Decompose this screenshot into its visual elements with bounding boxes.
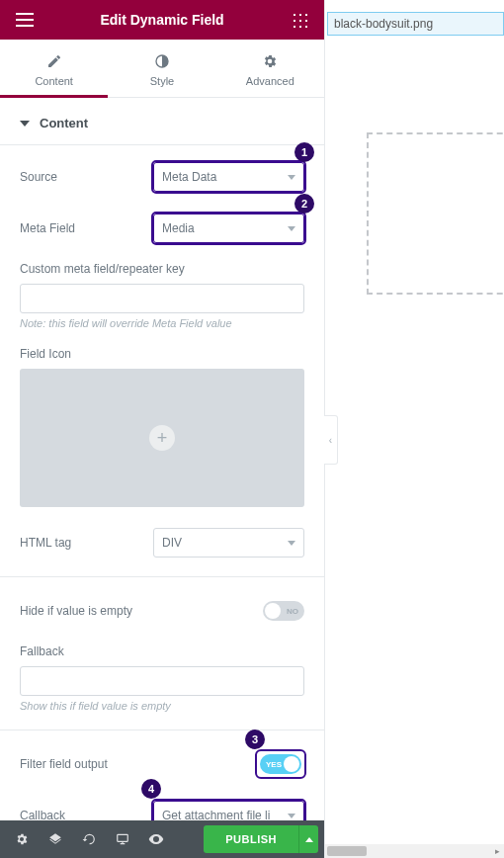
publish-options-button[interactable] — [298, 825, 318, 853]
svg-rect-1 — [118, 834, 128, 841]
divider — [0, 576, 324, 577]
label-callback: Callback — [20, 809, 153, 820]
settings-button[interactable] — [6, 820, 38, 858]
annotation-badge-3: 3 — [245, 729, 265, 749]
select-html-tag[interactable]: DIV — [153, 528, 304, 558]
label-hide-empty: Hide if value is empty — [20, 604, 263, 618]
layers-icon — [48, 832, 62, 846]
scrollbar-thumb[interactable] — [327, 846, 367, 856]
hamburger-icon — [16, 13, 34, 27]
preview-button[interactable] — [140, 820, 172, 858]
icon-picker[interactable]: + — [20, 369, 304, 507]
tab-label: Advanced — [216, 75, 324, 87]
section-controls: Source 1 Meta Data Meta Field 2 Media Cu… — [0, 144, 324, 820]
panel-tabs: Content Style Advanced — [0, 40, 324, 98]
row-source: Source 1 Meta Data — [20, 159, 304, 195]
row-fallback: Fallback Show this if field value is emp… — [20, 644, 304, 712]
panel-title: Edit Dynamic Field — [40, 12, 285, 28]
input-fallback[interactable] — [20, 666, 304, 696]
filename-input[interactable]: black-bodysuit.png — [327, 12, 504, 36]
select-meta-field[interactable]: Media — [153, 214, 304, 243]
responsive-button[interactable] — [107, 820, 138, 858]
history-icon — [82, 832, 96, 846]
editor-panel: Edit Dynamic Field Content Style Advance… — [0, 0, 325, 858]
select-source[interactable]: Meta Data — [153, 162, 304, 192]
label-html-tag: HTML tag — [20, 536, 153, 550]
row-hide-empty: Hide if value is empty NO — [20, 593, 304, 629]
label-fallback: Fallback — [20, 644, 304, 658]
row-custom-key: Custom meta field/repeater key Note: thi… — [20, 262, 304, 329]
tab-style[interactable]: Style — [108, 40, 215, 97]
row-callback: Callback 4 Get attachment file link — [20, 798, 304, 820]
chevron-down-icon — [20, 121, 30, 127]
row-html-tag: HTML tag DIV — [20, 525, 304, 560]
panel-collapse-handle[interactable]: ‹ — [324, 415, 338, 465]
eye-icon — [148, 831, 164, 847]
note-fallback: Show this if field value is empty — [20, 700, 304, 712]
row-filter-output: Filter field output 3 YES — [20, 746, 304, 782]
history-button[interactable] — [73, 820, 105, 858]
toggle-filter-output[interactable]: YES — [260, 754, 301, 774]
tab-label: Content — [0, 75, 108, 87]
select-callback[interactable]: Get attachment file link — [153, 801, 304, 820]
desktop-icon — [116, 832, 129, 846]
row-field-icon: Field Icon + — [20, 347, 304, 507]
panel-scroll[interactable]: Content Source 1 Meta Data Meta Field 2 … — [0, 98, 324, 820]
toggle-hide-empty[interactable]: NO — [263, 601, 304, 621]
annotation-badge-4: 4 — [141, 779, 161, 799]
pencil-icon — [46, 53, 62, 69]
label-filter-output: Filter field output — [20, 757, 257, 771]
horizontal-scrollbar[interactable]: ▸ — [325, 844, 504, 858]
scroll-right-arrow[interactable]: ▸ — [490, 846, 504, 856]
contrast-icon — [154, 53, 170, 69]
label-meta-field: Meta Field — [20, 221, 153, 235]
preview-area: black-bodysuit.png ‹ ▸ — [325, 0, 504, 858]
section-toggle-content[interactable]: Content — [0, 98, 324, 144]
navigator-button[interactable] — [40, 820, 71, 858]
panel-footer: PUBLISH — [0, 820, 324, 858]
label-source: Source — [20, 170, 153, 184]
annotation-badge-2: 2 — [294, 194, 314, 214]
publish-button[interactable]: PUBLISH — [204, 825, 298, 853]
tab-content[interactable]: Content — [0, 40, 108, 97]
widgets-button[interactable] — [285, 12, 314, 28]
annotation-badge-1: 1 — [294, 142, 314, 162]
tab-label: Style — [108, 75, 215, 87]
note-custom-key: Note: this field will override Meta Fiel… — [20, 317, 304, 329]
menu-button[interactable] — [10, 13, 40, 27]
panel-header: Edit Dynamic Field — [0, 0, 324, 40]
divider — [0, 729, 324, 730]
image-dropzone[interactable] — [367, 132, 504, 295]
gear-icon — [15, 832, 29, 846]
label-custom-key: Custom meta field/repeater key — [20, 262, 304, 276]
grid-icon — [292, 12, 307, 28]
section-title: Content — [40, 116, 88, 130]
plus-icon: + — [149, 425, 175, 451]
tab-advanced[interactable]: Advanced — [216, 40, 324, 97]
input-custom-key[interactable] — [20, 284, 304, 313]
row-meta-field: Meta Field 2 Media — [20, 211, 304, 246]
gear-icon — [262, 53, 278, 69]
label-field-icon: Field Icon — [20, 347, 304, 361]
